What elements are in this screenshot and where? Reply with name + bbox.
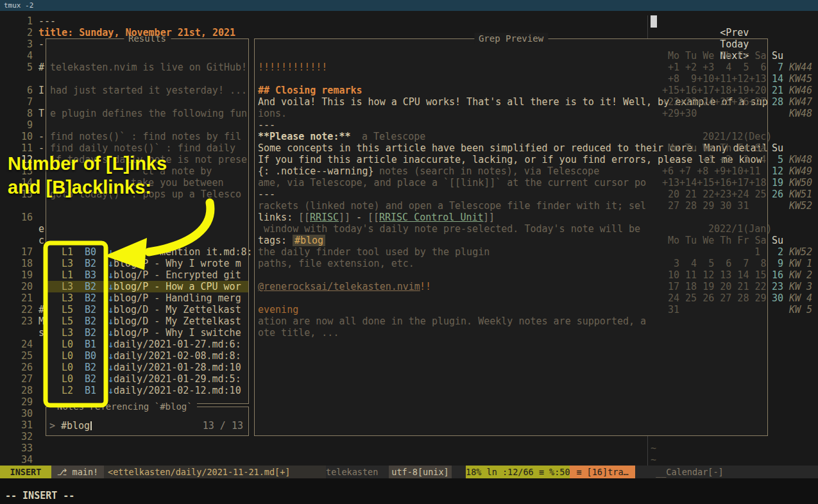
result-backlinks-count: B0 (85, 350, 96, 362)
down-arrow-icon: ↓ (108, 304, 114, 315)
editor-text-fragment: T (38, 108, 44, 119)
statusline: INSERT ⎇ main! <ettelkasten/daily/2021-1… (0, 466, 818, 478)
calendar-prev-button[interactable]: <Prev (720, 27, 749, 38)
result-row[interactable]: daily/2021-01-29.md:5: (114, 373, 241, 385)
editor-text-fragment: - (38, 142, 44, 154)
result-row[interactable]: daily/2021-02-12.md:10 (114, 385, 241, 396)
result-links-count: L3 (62, 327, 73, 339)
result-row[interactable]: blog/D - My Zettelkast (114, 315, 241, 327)
result-row[interactable]: blog/P - How a CPU wor (114, 281, 241, 292)
result-row[interactable]: daily/2021-02-08.md:8: (114, 350, 241, 362)
result-links-count: L2 (62, 385, 73, 396)
grep-preview-text: ote title, ... (258, 327, 339, 339)
calendar-day[interactable]: 30 (772, 292, 783, 304)
grep-preview-text: the daily finder tool used by the plugin (258, 246, 490, 258)
result-row[interactable]: i mention it.md:8: (148, 246, 253, 258)
git-branch-indicator: ⎇ main! (51, 466, 104, 478)
line-number: 20 (15, 281, 33, 292)
result-row[interactable]: daily/2021-01-27.md:6: (114, 339, 241, 350)
line-number: 16 (15, 212, 33, 223)
annotation-text-line2: and [B]acklinks: (8, 181, 151, 193)
calendar-day-header: Su (772, 50, 783, 62)
calendar-week-number: KW46 (789, 85, 812, 96)
filename-indicator: <ettelkasten/daily/2021-11-21.md[+] (104, 466, 326, 478)
editor-text-fragment: ~ (651, 442, 656, 454)
result-row[interactable]: blog/D - My Zettelkast (114, 304, 241, 315)
grep-preview-text: --- (258, 119, 275, 131)
mode-indicator: INSERT (0, 466, 51, 478)
window-titlebar: tmux -2 (0, 0, 818, 11)
calendar-week-days: +8 9+10+11+12+13 (668, 73, 767, 85)
calendar-day[interactable]: 7 (778, 62, 783, 73)
editor-text-fragment: ~ (651, 454, 656, 466)
calendar-day[interactable]: 23 (772, 281, 783, 292)
grep-preview-text: RRISC (310, 212, 339, 223)
result-links-count: L1 (62, 269, 73, 281)
line-number: 6 (15, 85, 33, 96)
grep-preview-text: paths, file extension, etc. (258, 258, 414, 269)
grep-preview-text: - (356, 212, 368, 223)
calendar-today-button[interactable]: Today (720, 38, 749, 50)
search-input[interactable]: #blog (61, 420, 90, 432)
down-arrow-icon: ↓ (108, 315, 114, 327)
down-arrow-icon: ↓ (108, 258, 114, 269)
encoding-indicator: utf-8[unix] (389, 466, 452, 478)
editor-text-fragment: - (38, 38, 44, 50)
grep-preview-text: RRISC Control Unit (379, 212, 484, 223)
warning-indicator: ≡ [16]tra… (570, 466, 635, 478)
calendar-day[interactable]: 16 (772, 269, 783, 281)
line-number: 3 (15, 38, 33, 50)
line-number: 27 (15, 373, 33, 385)
result-backlinks-count: B3 (85, 269, 96, 281)
annotation-text-line1: Number of [L]inks (8, 158, 167, 169)
calendar-week-days: 31 (668, 304, 679, 315)
editor-text-fragment: --- (38, 15, 56, 27)
calendar-week-days: Mo Tu We Th Fr Sa (668, 142, 767, 154)
result-backlinks-count: B2 (85, 327, 96, 339)
line-number: 17 (15, 246, 33, 258)
editor-text-fragment: - (38, 131, 44, 142)
line-number: 9 (15, 119, 33, 131)
calendar-day[interactable]: 12 (772, 165, 783, 177)
line-number: 25 (15, 350, 33, 362)
calendar-day[interactable]: 2 (778, 246, 783, 258)
vim-mode-message: -- INSERT -- (5, 490, 74, 501)
calendar-day[interactable]: 14 (772, 73, 783, 85)
result-row[interactable]: blog/P - Why I wrote m (114, 258, 241, 269)
grep-preview-text: links: (258, 212, 298, 223)
result-row[interactable]: blog/P - Handling merg (114, 292, 241, 304)
calendar-week-days: +6 +7 +8 +9+10+11 (662, 165, 761, 177)
result-row[interactable]: blog/P - Why I switche (114, 327, 241, 339)
calendar-day[interactable]: 26 (772, 189, 783, 200)
calendar-day[interactable]: 9 (778, 258, 783, 269)
grep-preview-text: tags: (258, 235, 293, 246)
result-links-count: L5 (62, 304, 73, 315)
result-links-count: L0 (62, 362, 73, 373)
calendar-week-days: 24 25 26 27 28 29 (668, 292, 767, 304)
calendar-day[interactable]: 19 (772, 177, 783, 189)
down-arrow-icon: ↓ (108, 350, 114, 362)
result-backlinks-count: B2 (85, 258, 96, 269)
result-backlinks-count: B2 (85, 315, 96, 327)
editor-text-fragment: e (38, 223, 44, 235)
grep-preview-text: --- (258, 189, 275, 200)
grep-preview-text: notes (search in notes), via Telescope (379, 165, 599, 177)
editor-text-fragment: find notes()` : find notes by fil (50, 131, 241, 142)
calendar-week-days: 1 (754, 246, 760, 258)
grep-preview-text: ation are now all done in the plugin. We… (258, 315, 646, 327)
calendar-month-title: 2022/1(Jan) (708, 223, 772, 235)
editor-text-fragment: # (38, 62, 44, 73)
calendar-day[interactable]: 5 (778, 154, 783, 165)
calendar-week-days: 17 18 19 20 21 22 (668, 281, 767, 292)
grep-preview-text: !! (420, 281, 431, 292)
result-row[interactable]: daily/2021-01-28.md:10 (114, 362, 241, 373)
grep-preview-text: !!!!!!!!!!!! (258, 62, 327, 73)
line-number: 21 (15, 292, 33, 304)
calendar-day[interactable]: 28 (772, 96, 783, 108)
line-number: 5 (15, 62, 33, 73)
calendar-week-number: KW50 (789, 177, 812, 189)
calendar-day[interactable]: 21 (772, 85, 783, 96)
result-row[interactable]: blog/P - Encrypted git (114, 269, 241, 281)
line-number: 11 (15, 142, 33, 154)
calendar-week-number: KW47 (789, 96, 812, 108)
